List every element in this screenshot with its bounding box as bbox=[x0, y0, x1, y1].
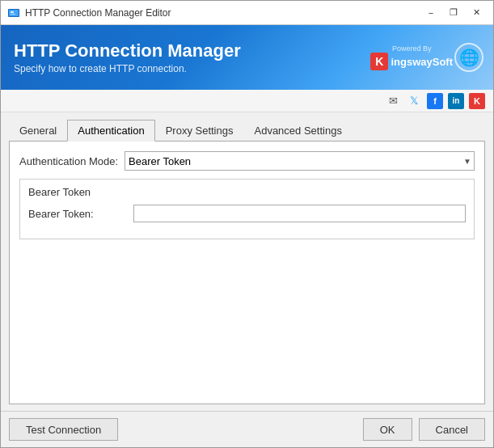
cancel-button[interactable]: Cancel bbox=[419, 418, 485, 441]
main-content: General Authentication Proxy Settings Ad… bbox=[1, 112, 493, 411]
main-window: HTTP Connection Manager Editor − ❐ ✕ HTT… bbox=[0, 0, 494, 448]
window-title: HTTP Connection Manager Editor bbox=[25, 7, 420, 19]
bearer-token-input[interactable] bbox=[133, 205, 466, 222]
kingsway-social-icon[interactable]: K bbox=[469, 93, 485, 109]
auth-mode-select-wrapper: None Basic Bearer Token OAuth2 Windows ▼ bbox=[125, 151, 475, 171]
restore-button[interactable]: ❐ bbox=[443, 5, 464, 21]
ok-button[interactable]: OK bbox=[363, 418, 412, 441]
tab-content-authentication: Authentication Mode: None Basic Bearer T… bbox=[9, 142, 485, 404]
bearer-token-label: Bearer Token: bbox=[28, 208, 133, 220]
header-title: HTTP Connection Manager bbox=[14, 40, 241, 61]
linkedin-icon[interactable]: in bbox=[448, 93, 464, 109]
tab-authentication[interactable]: Authentication bbox=[67, 120, 154, 142]
close-button[interactable]: ✕ bbox=[466, 5, 487, 21]
k-logo: K bbox=[370, 53, 388, 70]
tab-general[interactable]: General bbox=[9, 120, 67, 142]
bearer-token-row: Bearer Token: bbox=[28, 205, 466, 222]
title-bar: HTTP Connection Manager Editor − ❐ ✕ bbox=[1, 1, 493, 25]
bearer-token-group: Bearer Token Bearer Token: bbox=[19, 179, 475, 239]
brand-block: K ingswaySoft bbox=[370, 53, 453, 70]
powered-by-text: Powered By bbox=[392, 44, 432, 53]
test-connection-button[interactable]: Test Connection bbox=[9, 418, 118, 441]
minimize-button[interactable]: − bbox=[420, 5, 441, 21]
twitter-icon[interactable]: 𝕏 bbox=[406, 93, 422, 109]
globe-icon[interactable]: 🌐 bbox=[454, 43, 483, 72]
bearer-token-group-label: Bearer Token bbox=[28, 186, 466, 198]
window-icon bbox=[7, 6, 20, 19]
title-bar-controls: − ❐ ✕ bbox=[420, 5, 487, 21]
auth-mode-select[interactable]: None Basic Bearer Token OAuth2 Windows bbox=[125, 151, 475, 171]
brand-name: ingswaySoft bbox=[391, 56, 453, 68]
social-bar: ✉ 𝕏 f in K bbox=[1, 90, 493, 112]
facebook-icon[interactable]: f bbox=[427, 93, 443, 109]
footer-right: OK Cancel bbox=[363, 418, 485, 441]
header-subtitle: Specify how to create HTTP connection. bbox=[14, 63, 241, 74]
footer: Test Connection OK Cancel bbox=[1, 411, 493, 447]
tab-bar: General Authentication Proxy Settings Ad… bbox=[9, 119, 485, 142]
tab-proxy-settings[interactable]: Proxy Settings bbox=[155, 120, 244, 142]
header-text-block: HTTP Connection Manager Specify how to c… bbox=[14, 40, 241, 74]
auth-mode-label: Authentication Mode: bbox=[19, 155, 125, 167]
tab-advanced-settings[interactable]: Advanced Settings bbox=[243, 120, 352, 142]
svg-rect-2 bbox=[11, 11, 14, 13]
auth-mode-row: Authentication Mode: None Basic Bearer T… bbox=[19, 151, 475, 171]
mail-icon[interactable]: ✉ bbox=[385, 93, 401, 109]
header-banner: HTTP Connection Manager Specify how to c… bbox=[1, 25, 493, 90]
header-logo: Powered By K ingswaySoft bbox=[370, 44, 453, 70]
svg-rect-3 bbox=[11, 14, 15, 15]
footer-left: Test Connection bbox=[9, 418, 363, 441]
